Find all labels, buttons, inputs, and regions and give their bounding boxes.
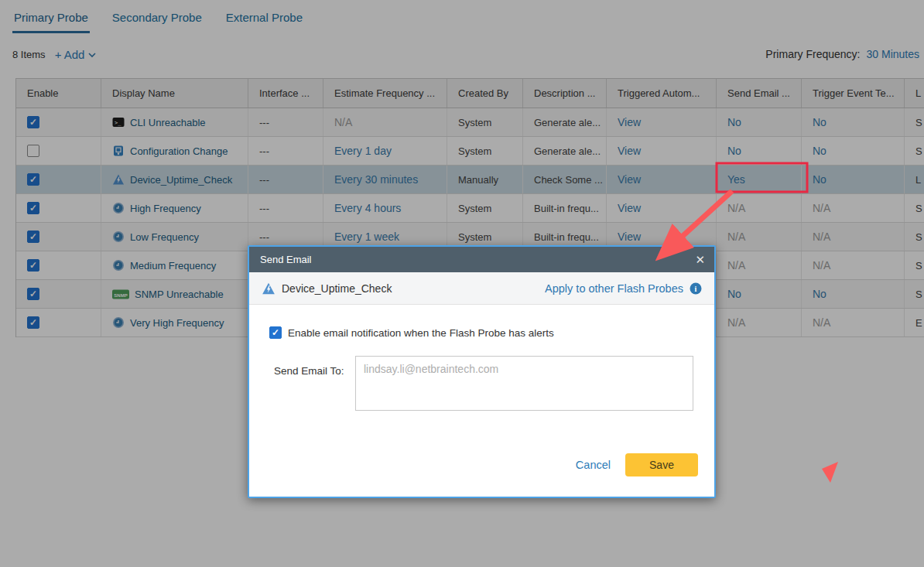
cancel-button[interactable]: Cancel: [576, 459, 611, 471]
enable-notification-row: Enable email notification when the Flash…: [269, 326, 554, 339]
dialog-title: Send Email: [260, 254, 311, 265]
info-icon[interactable]: i: [690, 282, 702, 295]
flash-probe-icon: [262, 282, 275, 295]
dialog-probe-row: Device_Uptime_Check Apply to other Flash…: [249, 272, 714, 305]
send-email-to-label: Send Email To:: [274, 365, 344, 377]
enable-notification-checkbox[interactable]: [269, 326, 282, 339]
dialog-header: Send Email ✕: [249, 247, 714, 272]
save-button[interactable]: Save: [625, 453, 698, 476]
send-email-dialog: Send Email ✕ Device_Uptime_Check Apply t…: [248, 245, 716, 498]
enable-notification-label: Enable email notification when the Flash…: [288, 327, 554, 339]
dialog-probe-name: Device_Uptime_Check: [282, 282, 392, 295]
apply-to-other-probes-link[interactable]: Apply to other Flash Probes: [545, 282, 683, 295]
svg-text:i: i: [695, 285, 697, 293]
send-email-to-input[interactable]: [355, 356, 693, 411]
close-icon[interactable]: ✕: [695, 254, 705, 265]
